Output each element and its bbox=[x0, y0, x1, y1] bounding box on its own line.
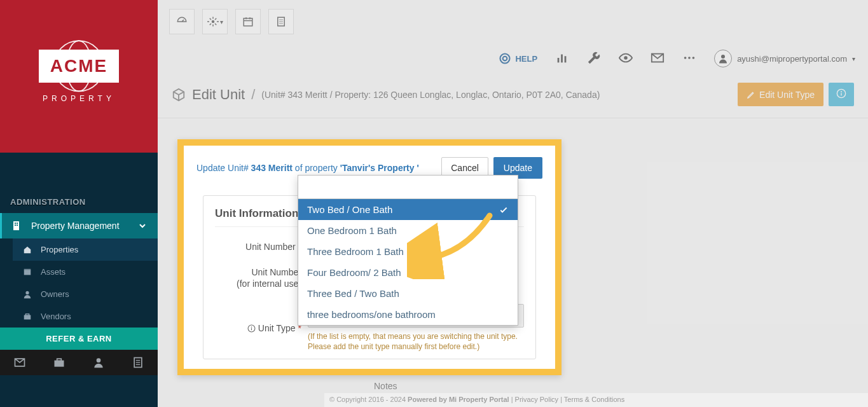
calculator-icon[interactable] bbox=[132, 356, 144, 369]
svg-point-9 bbox=[25, 291, 29, 294]
footer-sep: | bbox=[558, 396, 564, 403]
modal-title-mid: of property bbox=[295, 163, 340, 173]
dropdown-option-label: Four Bedroom/ 2 Bath bbox=[307, 267, 401, 278]
svg-rect-8 bbox=[24, 268, 31, 270]
chevron-down-icon bbox=[137, 221, 148, 231]
user-icon bbox=[23, 290, 32, 299]
sidebar: ACME PROPERTY ADMINISTRATION Property Ma… bbox=[0, 0, 158, 407]
svg-rect-5 bbox=[15, 224, 16, 226]
modal-title-property: 'Tanvir's Property ' bbox=[340, 163, 419, 173]
dropdown-option[interactable]: Three Bedroom 1 Bath bbox=[298, 241, 518, 262]
label-unit-number-internal: Unit Number(for internal use) bbox=[215, 266, 301, 289]
dropdown-option-label: Three Bedroom 1 Bath bbox=[307, 246, 404, 257]
brand-logo: ACME PROPERTY bbox=[25, 35, 133, 118]
dropdown-option[interactable]: Two Bed / One Bath bbox=[298, 199, 518, 220]
sidebar-item-property-management[interactable]: Property Management bbox=[0, 213, 158, 238]
label-unit-type: Unit Type * bbox=[215, 322, 301, 334]
sidebar-item-label: Assets bbox=[41, 267, 65, 277]
sidebar-item-owners[interactable]: Owners bbox=[13, 283, 158, 305]
briefcase-icon[interactable] bbox=[53, 356, 65, 369]
dropdown-option[interactable]: three bedrooms/one bathroom bbox=[298, 304, 518, 325]
footer: © Copyright 2016 - 2024 Powered by Mi Pr… bbox=[324, 393, 868, 407]
dropdown-option-label: One Bedroom 1 Bath bbox=[307, 225, 397, 236]
footer-powered: Powered by Mi Property Portal bbox=[408, 396, 509, 403]
dropdown-option-label: three bedrooms/one bathroom bbox=[307, 309, 436, 320]
dropdown-option[interactable]: Four Bedroom/ 2 Bath bbox=[298, 262, 518, 283]
sidebar-item-properties[interactable]: Properties bbox=[13, 238, 158, 261]
sidebar-item-label: Owners bbox=[41, 289, 69, 299]
box-icon bbox=[23, 268, 32, 277]
dropdown-option-label: Two Bed / One Bath bbox=[307, 204, 392, 215]
sidebar-item-label: Properties bbox=[41, 245, 78, 254]
footer-copyright: © Copyright 2016 - 2024 bbox=[329, 396, 408, 403]
sidebar-section-admin: ADMINISTRATION bbox=[0, 191, 158, 213]
svg-rect-11 bbox=[25, 314, 29, 315]
svg-rect-4 bbox=[17, 223, 18, 224]
brand-name: ACME bbox=[50, 56, 107, 76]
modal-title-unit: 343 Meritt bbox=[251, 163, 293, 173]
sidebar-bottom-icons bbox=[0, 350, 158, 375]
modal-title: Update Unit# 343 Meritt of property 'Tan… bbox=[196, 163, 419, 173]
dropdown-search-wrap bbox=[298, 176, 518, 199]
sidebar-item-label: Property Management bbox=[31, 221, 120, 231]
refer-earn-banner[interactable]: REFER & EARN bbox=[0, 328, 158, 350]
svg-rect-2 bbox=[13, 221, 19, 230]
footer-sep: | bbox=[509, 396, 515, 403]
svg-point-14 bbox=[97, 358, 101, 362]
brand-subtitle: PROPERTY bbox=[43, 94, 115, 103]
svg-rect-6 bbox=[17, 224, 18, 226]
info-icon bbox=[247, 324, 256, 333]
briefcase-icon bbox=[23, 312, 32, 321]
svg-rect-44 bbox=[251, 328, 252, 330]
home-icon bbox=[23, 245, 32, 254]
svg-rect-13 bbox=[57, 359, 62, 361]
sidebar-submenu: Properties Assets Owners Vendors bbox=[0, 238, 158, 328]
dropdown-option[interactable]: Three Bed / Two Bath bbox=[298, 283, 518, 304]
label-unit-number: Unit Number * bbox=[215, 241, 301, 252]
svg-point-43 bbox=[251, 326, 252, 328]
dropdown-search-input[interactable] bbox=[298, 176, 518, 199]
footer-terms-link[interactable]: Terms & Conditions bbox=[564, 396, 624, 403]
building-icon bbox=[12, 221, 22, 231]
sidebar-item-label: Vendors bbox=[41, 312, 71, 321]
svg-rect-3 bbox=[15, 223, 16, 224]
mail-icon[interactable] bbox=[13, 356, 26, 369]
svg-rect-7 bbox=[24, 270, 31, 275]
brand-area: ACME PROPERTY bbox=[0, 0, 158, 153]
dropdown-option-label: Three Bed / Two Bath bbox=[307, 288, 399, 299]
user-icon[interactable] bbox=[92, 356, 105, 369]
modal-title-prefix: Update Unit# bbox=[196, 163, 249, 173]
check-icon bbox=[499, 205, 509, 215]
sidebar-item-vendors[interactable]: Vendors bbox=[13, 305, 158, 328]
dropdown-option[interactable]: One Bedroom 1 Bath bbox=[298, 220, 518, 241]
sidebar-item-assets[interactable]: Assets bbox=[13, 261, 158, 283]
unit-type-dropdown: Two Bed / One Bath One Bedroom 1 Bath Th… bbox=[298, 175, 518, 326]
footer-privacy-link[interactable]: Privacy Policy bbox=[515, 396, 558, 403]
unit-type-hint: (If the list is empty, that means you ar… bbox=[308, 331, 524, 353]
